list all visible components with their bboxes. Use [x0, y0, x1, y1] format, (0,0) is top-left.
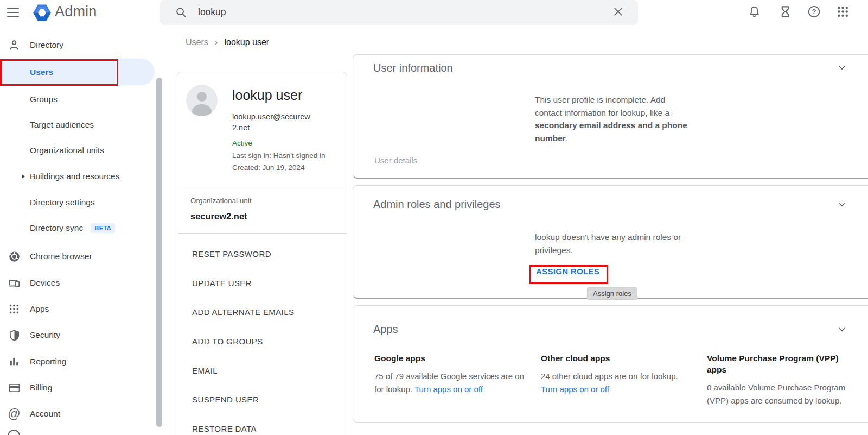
bell-icon[interactable] [748, 5, 761, 18]
divider [177, 233, 347, 234]
chrome-icon [7, 250, 21, 263]
assign-roles-button[interactable]: ASSIGN ROLES [536, 267, 599, 276]
sidebar-item-users[interactable]: Users [0, 59, 155, 85]
devices-icon [7, 276, 21, 289]
chevron-down-icon[interactable] [837, 63, 847, 73]
help-icon[interactable]: ? [807, 5, 821, 18]
sidebar-item-groups[interactable]: Groups [0, 89, 155, 110]
sidebar-item-organizational-units[interactable]: Organizational units [0, 140, 155, 161]
sidebar-item-reporting[interactable]: Reporting [0, 351, 155, 373]
apps-grid-icon [7, 303, 21, 315]
status-badge: Active [232, 139, 252, 147]
user-actions-list: RESET PASSWORD UPDATE USER ADD ALTERNATE… [177, 239, 347, 435]
turn-apps-on-off-link[interactable]: Turn apps on or off [541, 384, 609, 394]
vpp-apps-column: Volume Purchase Program (VPP) apps 0 ava… [707, 352, 854, 407]
column-heading: Volume Purchase Program (VPP) apps [707, 352, 854, 375]
sidebar-item-directory-settings[interactable]: Directory settings [0, 192, 155, 213]
org-unit-label: Organizational unit [190, 197, 252, 205]
turn-apps-on-off-link[interactable]: Turn apps on or off [414, 384, 483, 394]
created-date: Created: Jun 19, 2024 [232, 162, 305, 173]
sidebar-item-billing[interactable]: Billing [0, 377, 155, 399]
bar-chart-icon [7, 356, 21, 368]
sidebar-item-label: Directory [30, 40, 63, 50]
panel-title: Apps [373, 323, 398, 336]
breadcrumb-users-link[interactable]: Users [186, 37, 208, 47]
chevron-down-icon[interactable] [837, 200, 847, 210]
user-name: lookup user [232, 87, 302, 103]
at-sign-icon: @ [7, 408, 21, 420]
user-summary-card: lookup user lookup.user@securew2.net Act… [177, 72, 347, 435]
person-icon [7, 39, 21, 52]
add-alternate-emails-button[interactable]: ADD ALTERNATE EMAILS [177, 298, 347, 327]
search-bar[interactable] [160, 0, 638, 25]
google-apps-column: Google apps 75 of 79 available Google se… [374, 352, 527, 395]
hourglass-icon[interactable] [778, 5, 792, 18]
sidebar-item-directory-sync[interactable]: Directory sync BETA [0, 217, 155, 239]
panel-title: Admin roles and privileges [373, 198, 501, 211]
credit-card-icon [7, 382, 21, 394]
last-sign-in: Last sign in: Hasn't signed in [232, 150, 325, 161]
sidebar-item-security[interactable]: Security [0, 324, 155, 346]
admin-roles-panel: Admin roles and privileges lookup doesn'… [353, 185, 868, 299]
apps-panel: Apps Google apps 75 of 79 available Goog… [353, 305, 868, 423]
sidebar-item-chrome-browser[interactable]: Chrome browser [0, 245, 155, 267]
sidebar-item-partial-icon [8, 430, 20, 435]
sidebar-item-target-audiences[interactable]: Target audiences [0, 114, 155, 136]
add-to-groups-button[interactable]: ADD TO GROUPS [177, 327, 347, 356]
column-heading: Google apps [374, 352, 527, 364]
breadcrumb-separator: › [215, 37, 218, 48]
beta-badge: BETA [91, 223, 115, 233]
user-information-panel: User information This user profile is in… [353, 54, 868, 179]
restore-data-button[interactable]: RESTORE DATA [177, 414, 347, 435]
incomplete-profile-message: This user profile is incomplete. Add con… [535, 93, 693, 145]
column-heading: Other cloud apps [541, 352, 694, 364]
clear-search-icon[interactable] [612, 5, 624, 18]
sidebar-item-directory[interactable]: Directory [0, 34, 155, 56]
other-cloud-apps-column: Other cloud apps 24 other cloud apps are… [541, 352, 694, 395]
breadcrumb-current-page: lookup user [224, 37, 269, 47]
google-admin-logo[interactable] [31, 2, 53, 24]
sidebar-item-devices[interactable]: Devices [0, 272, 155, 294]
chevron-down-icon[interactable] [837, 325, 847, 335]
org-unit-value: securew2.net [190, 211, 247, 222]
no-admin-roles-message: lookup doesn't have any admin roles or p… [535, 231, 692, 256]
reset-password-button[interactable]: RESET PASSWORD [177, 239, 347, 269]
search-input[interactable]: lookup [198, 7, 226, 18]
sidebar-scrollbar[interactable] [156, 78, 162, 427]
apps-grid-icon[interactable] [836, 5, 850, 18]
user-email: lookup.user@securew2.net [232, 111, 315, 133]
assign-roles-tooltip: Assign roles [587, 287, 637, 300]
menu-hamburger-icon[interactable] [7, 8, 19, 17]
suspend-user-button[interactable]: SUSPEND USER [177, 385, 347, 414]
divider [177, 187, 347, 187]
sidebar-item-buildings-and-resources[interactable]: Buildings and resources [0, 166, 155, 187]
svg-text:?: ? [812, 8, 816, 16]
sidebar-item-label: Users [30, 67, 53, 77]
search-icon [175, 6, 187, 18]
product-name: Admin [55, 3, 97, 20]
email-button[interactable]: EMAIL [177, 356, 347, 385]
sidebar-item-account[interactable]: @ Account [0, 403, 155, 425]
update-user-button[interactable]: UPDATE USER [177, 269, 347, 298]
shield-icon [7, 329, 21, 342]
panel-title: User information [373, 62, 453, 74]
user-details-link[interactable]: User details [374, 156, 417, 165]
expand-arrow-icon[interactable] [22, 174, 25, 179]
avatar [186, 85, 218, 116]
breadcrumb: Users › lookup user [186, 37, 269, 48]
sidebar-item-apps[interactable]: Apps [0, 298, 155, 320]
